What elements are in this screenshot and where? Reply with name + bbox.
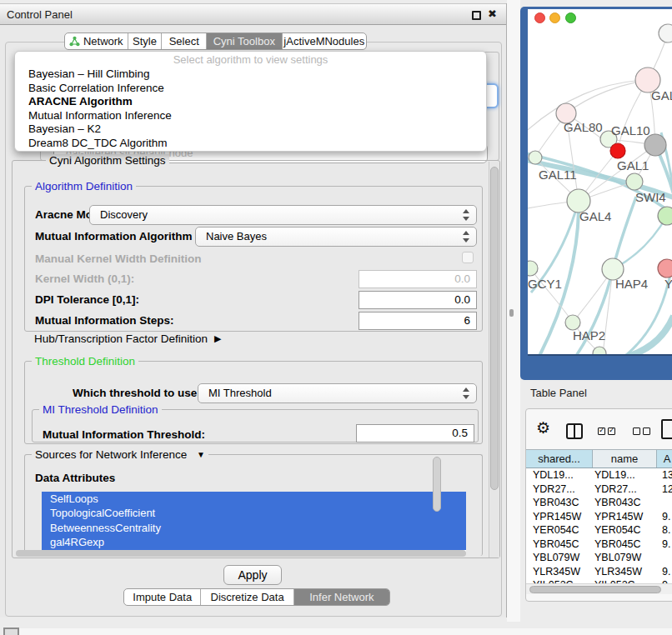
table-cell: YLR345W [593, 565, 658, 579]
algorithm-option-aracne-algorithm[interactable]: ARACNE Algorithm [15, 95, 486, 109]
control-panel-titlebar[interactable]: Control Panel ✖ [0, 3, 506, 25]
network-node[interactable] [529, 151, 542, 164]
cyni-algorithm-settings-panel: Cyni Algorithm Settings Algorithm Defini… [12, 160, 500, 558]
kernel-width-field[interactable]: 0.0 [359, 270, 477, 288]
table-row[interactable]: YLR345WYLR345W9. [526, 565, 672, 579]
combo-spinner-icon [463, 230, 470, 243]
attribute-item-betweennesscentrality[interactable]: BetweennessCentrality [42, 521, 466, 535]
network-node[interactable] [626, 173, 643, 190]
table-cell: YBR043C [593, 496, 658, 510]
mi-type-combo[interactable]: Naive Bayes [195, 227, 477, 247]
tab-style[interactable]: Style [128, 33, 162, 49]
attribute-item-gal4rgexp[interactable]: gal4RGexp [42, 535, 466, 549]
mi-threshold-field[interactable]: 0.5 [356, 424, 474, 442]
tab-select[interactable]: Select [161, 33, 206, 49]
float-icon[interactable] [472, 11, 481, 20]
gear-icon[interactable]: ⚙ [536, 418, 550, 438]
check-all-icon[interactable] [598, 428, 615, 435]
corner-widget[interactable] [3, 628, 19, 635]
algorithm-option-mutual-information-inference[interactable]: Mutual Information Inference [15, 109, 486, 123]
table-cell: YBL079W [526, 551, 593, 565]
table-cell: YBL079W [593, 551, 658, 565]
divider-grip-icon[interactable] [509, 309, 514, 317]
tab-network[interactable]: Network [65, 33, 128, 49]
tab-label: Impute Data [133, 591, 192, 603]
algorithm-option-bayesian-hill-climbing[interactable]: Bayesian – Hill Climbing [15, 68, 486, 82]
settings-horizontal-scrollbar[interactable] [14, 549, 486, 558]
table-row[interactable]: YPR145WYPR145W9. [526, 510, 672, 524]
columns-icon[interactable] [566, 423, 583, 439]
table-cell: YER054C [593, 523, 658, 538]
attributes-scrollbar[interactable] [433, 457, 443, 512]
manual-kernel-checkbox[interactable] [462, 252, 474, 263]
control-panel-window: Control Panel ✖ NetworkStyleSelectCyni T… [0, 3, 507, 618]
column-header-name[interactable]: name [593, 450, 657, 468]
file-icon[interactable] [661, 419, 672, 439]
apply-button[interactable]: Apply [223, 565, 282, 585]
window-inner-shadow [528, 354, 672, 356]
algorithm-option-dream8-dc-tdc-algorithm[interactable]: Dream8 DC_TDC Algorithm [15, 137, 486, 151]
network-view-window[interactable]: GALGAL80GAL10GAL11GAL1SWI4GAL4GCY1HAP4YH… [520, 7, 672, 380]
table-row[interactable]: YDL19...YDL19...13 [526, 468, 672, 482]
node-label-hap2: HAP2 [573, 328, 605, 342]
tab-label: Discretize Data [211, 591, 284, 603]
dpi-tolerance-field[interactable]: 0.0 [359, 291, 477, 309]
tab-impute-data[interactable]: Impute Data [124, 589, 200, 605]
close-icon[interactable]: ✖ [488, 8, 497, 20]
aracne-mode-combo[interactable]: Discovery [89, 205, 477, 225]
algorithm-option-bayesian-k2[interactable]: Bayesian – K2 [15, 122, 486, 137]
table-cell: YDR27... [526, 482, 593, 497]
table-row[interactable]: YDR27...YDR27...12 [526, 482, 672, 497]
expander-down-icon[interactable]: ▼ [197, 450, 205, 459]
table-cell: YBR045C [526, 538, 593, 552]
table-cell [658, 496, 672, 510]
data-attributes-list[interactable]: SelfLoopsTopologicalCoefficientBetweenne… [42, 492, 466, 552]
column-header-a[interactable]: A [657, 450, 672, 468]
tab-label: jActiveMNodules [283, 35, 364, 48]
tab-discretize-data[interactable]: Discretize Data [200, 589, 293, 605]
tab-infer-network[interactable]: Infer Network [293, 589, 389, 605]
table-cell: 9. [658, 510, 672, 524]
dpi-tolerance-label: DPI Tolerance [0,1]: [35, 293, 139, 306]
sources-group: Sources for Network Inference ▼ Data Att… [24, 454, 483, 556]
combo-spinner-icon [463, 208, 470, 222]
network-node[interactable] [528, 261, 538, 276]
table-row[interactable]: YER054CYER054C8. [526, 523, 672, 538]
settings-group-title: Cyni Algorithm Settings [46, 154, 169, 167]
algorithm-option-basic-correlation-inference[interactable]: Basic Correlation Inference [15, 82, 486, 96]
which-threshold-value: MI Threshold [208, 387, 272, 399]
algorithm-definition-title: Algorithm Definition [32, 180, 136, 192]
kernel-width-label: Kernel Width (0,1): [35, 272, 134, 285]
aracne-mode-value: Discovery [100, 208, 148, 221]
table-horizontal-scrollbar[interactable] [526, 583, 672, 594]
table-body: YDL19...YDL19...13YDR27...YDR27...12YBR0… [526, 468, 672, 591]
expander-right-icon[interactable]: ▶ [214, 333, 221, 343]
mi-threshold-group-title: MI Threshold Definition [39, 403, 162, 416]
which-threshold-combo[interactable]: MI Threshold [198, 383, 477, 403]
threshold-definition-group: Threshold Definition Which threshold to … [24, 361, 483, 444]
attribute-item-topologicalcoefficient[interactable]: TopologicalCoefficient [42, 506, 466, 520]
settings-vertical-scrollbar[interactable] [489, 162, 499, 558]
uncheck-all-icon[interactable] [633, 428, 650, 435]
tab-jactivemnodules[interactable]: jActiveMNodules [282, 33, 366, 49]
mi-steps-field[interactable]: 6 [359, 312, 477, 330]
table-cell: YLR345W [526, 565, 593, 579]
table-cell: YDR27... [593, 482, 658, 497]
table-cell: 13 [658, 468, 672, 482]
column-header-shared[interactable]: shared... [526, 450, 593, 468]
network-node[interactable] [610, 143, 625, 158]
table-row[interactable]: YBR045CYBR045C9. [526, 538, 672, 552]
table-row[interactable]: YBL079WYBL079W [526, 551, 672, 565]
network-node[interactable] [658, 207, 672, 225]
table-row[interactable]: YBR043CYBR043C [526, 496, 672, 510]
node-label-swi4: SWI4 [635, 190, 666, 204]
control-panel-tab-bar: NetworkStyleSelectCyni ToolboxjActiveMNo… [64, 32, 367, 50]
table-cell: YDL19... [593, 468, 658, 482]
attribute-item-selfloops[interactable]: SelfLoops [42, 492, 466, 506]
network-canvas[interactable]: GALGAL80GAL10GAL11GAL1SWI4GAL4GCY1HAP4YH… [528, 9, 672, 354]
hub-definition-expander[interactable]: Hub/Transcription Factor Definition▶ [34, 332, 222, 345]
network-node[interactable] [658, 259, 672, 278]
algorithm-dropdown-popup: Select algorithm to view settings Bayesi… [14, 51, 487, 152]
tab-cyni-toolbox[interactable]: Cyni Toolbox [206, 33, 282, 49]
network-node[interactable] [659, 24, 672, 42]
